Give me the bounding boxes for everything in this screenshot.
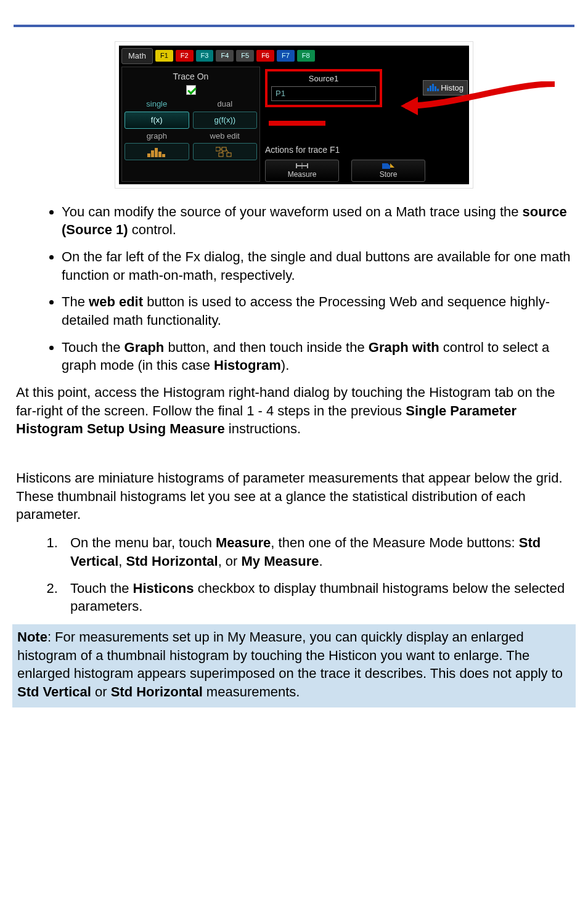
list-item: On the menu bar, touch Measure, then one… (62, 534, 574, 570)
text: ). (281, 357, 289, 373)
single-label: single (125, 99, 189, 110)
tab-f8[interactable]: F8 (297, 50, 315, 62)
text: , or (218, 553, 242, 569)
text-bold: Measure (216, 535, 271, 550)
text: control. (128, 222, 176, 237)
text-bold: Graph (125, 340, 165, 355)
store-button-label: Store (380, 169, 398, 179)
text: , then one of the Measure Mode buttons: (271, 535, 518, 550)
actions-label: Actions for trace F1 (265, 144, 467, 156)
single-button[interactable]: f(x) (125, 112, 189, 129)
svg-marker-12 (401, 97, 418, 115)
list-item: You can modify the source of your wavefo… (62, 203, 574, 239)
text: or (91, 684, 111, 699)
text: : For measurements set up in My Measure,… (17, 629, 563, 681)
text: instructions. (225, 421, 301, 436)
histogram-button[interactable]: Histog (423, 80, 468, 96)
tab-f1[interactable]: F1 (155, 50, 173, 62)
source1-value: P1 (271, 86, 376, 101)
tab-f3[interactable]: F3 (196, 50, 214, 62)
histogram-icon (427, 84, 438, 91)
webedit-button[interactable] (193, 143, 258, 160)
paragraph: At this point, access the Histogram righ… (16, 383, 572, 438)
graph-icon (147, 146, 166, 157)
trace-on-checkbox[interactable] (186, 85, 196, 95)
note-label: Note (17, 629, 47, 645)
trace-on-label: Trace On (125, 70, 257, 84)
svg-rect-0 (147, 153, 150, 157)
screenshot-figure: Math F1 F2 F3 F4 F5 F6 F7 F8 Trace On si… (115, 42, 473, 188)
tab-f6[interactable]: F6 (256, 50, 274, 62)
list-item: Touch the Histicons checkbox to display … (62, 579, 574, 616)
graph-label: graph (125, 131, 189, 142)
tab-math[interactable]: Math (121, 48, 153, 64)
text: Touch the (62, 340, 125, 355)
text: measurements. (203, 684, 300, 699)
left-panel: Trace On single dual f(x) g(f(x)) graph … (121, 67, 260, 182)
store-button[interactable]: Store (351, 160, 425, 182)
svg-rect-3 (158, 152, 161, 157)
text: On the menu bar, touch (70, 535, 216, 550)
text: . (319, 553, 322, 569)
text-bold: Histicons (133, 581, 194, 596)
store-icon (382, 162, 395, 169)
histogram-button-label: Histog (441, 83, 463, 94)
list-item: On the far left of the Fx dialog, the si… (62, 248, 574, 284)
source1-label: Source1 (271, 73, 376, 84)
list-item: Touch the Graph button, and then touch i… (62, 338, 574, 375)
text: On the far left of the Fx dialog, the si… (62, 249, 571, 283)
list-item: The web edit button is used to access th… (62, 293, 574, 329)
note-box: Note: For measurements set up in My Meas… (12, 624, 576, 707)
svg-marker-17 (382, 163, 390, 169)
dual-label: dual (193, 99, 258, 110)
graph-button[interactable] (125, 143, 189, 160)
text-bold: web edit (89, 294, 143, 309)
bullet-list: You can modify the source of your wavefo… (14, 203, 574, 375)
measure-button[interactable]: Measure (265, 160, 339, 182)
tab-f5[interactable]: F5 (236, 50, 254, 62)
svg-rect-6 (222, 147, 226, 151)
tab-f7[interactable]: F7 (277, 50, 295, 62)
text-bold: Histogram (214, 357, 281, 373)
text: , (118, 553, 126, 569)
svg-rect-4 (162, 154, 165, 157)
numbered-steps: On the menu bar, touch Measure, then one… (14, 534, 574, 616)
svg-rect-2 (155, 148, 158, 157)
text: Touch the (70, 581, 133, 596)
webedit-icon (216, 146, 234, 157)
svg-rect-1 (151, 150, 154, 157)
source1-control[interactable]: Source1 P1 (265, 69, 382, 107)
text-bold: Std Horizontal (126, 553, 218, 569)
tab-row: Math F1 F2 F3 F4 F5 F6 F7 F8 (119, 46, 469, 67)
measure-icon (295, 162, 309, 169)
text-bold: Graph with (369, 340, 439, 355)
text: The (62, 294, 89, 309)
svg-rect-8 (227, 153, 231, 157)
tab-f4[interactable]: F4 (216, 50, 234, 62)
svg-line-11 (226, 149, 229, 153)
top-rule (14, 25, 574, 27)
webedit-label: web edit (193, 131, 258, 142)
dual-button[interactable]: g(f(x)) (193, 112, 258, 129)
text-bold: Std Vertical (17, 684, 91, 699)
svg-marker-18 (390, 163, 394, 168)
measure-button-label: Measure (288, 169, 317, 179)
paragraph: Histicons are miniature histograms of pa… (16, 469, 572, 524)
text-bold: Std Horizontal (111, 684, 203, 699)
text: You can modify the source of your wavefo… (62, 204, 523, 219)
svg-rect-5 (216, 147, 220, 151)
text-bold: My Measure (242, 553, 319, 569)
tab-f2[interactable]: F2 (176, 50, 194, 62)
svg-rect-7 (219, 153, 223, 157)
text: button, and then touch inside the (164, 340, 368, 355)
callout-bar (269, 121, 325, 126)
